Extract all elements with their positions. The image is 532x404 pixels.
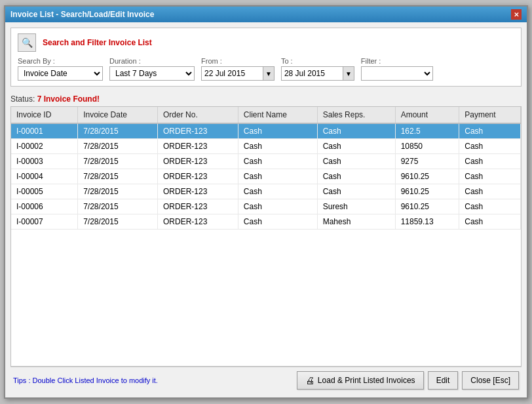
table-row[interactable]: I-000077/28/2015ORDER-123CashMahesh11859… bbox=[11, 214, 521, 230]
search-by-select[interactable]: Invoice Date Client Name Order No. Invoi… bbox=[18, 66, 103, 81]
cell-2: ORDER-123 bbox=[158, 184, 238, 199]
from-date-input[interactable] bbox=[201, 66, 263, 81]
duration-label: Duration : bbox=[109, 57, 195, 65]
cell-2: ORDER-123 bbox=[158, 199, 238, 214]
cell-4: Mahesh bbox=[317, 214, 395, 230]
cell-1: 7/28/2015 bbox=[78, 214, 158, 230]
duration-select[interactable]: Last 7 Days Last 30 Days Last 90 Days Cu… bbox=[109, 66, 195, 81]
bottom-bar: Tips : Double Click Listed Invoice to mo… bbox=[10, 367, 522, 392]
cell-6: Cash bbox=[459, 169, 521, 184]
cell-5: 10850 bbox=[395, 139, 459, 154]
from-group: From : ▼ bbox=[201, 57, 275, 81]
cell-5: 11859.13 bbox=[395, 214, 459, 230]
table-row[interactable]: I-000047/28/2015ORDER-123CashCash9610.25… bbox=[11, 169, 521, 184]
table-row[interactable]: I-000037/28/2015ORDER-123CashCash9275Cas… bbox=[11, 154, 521, 169]
cell-3: Cash bbox=[238, 139, 317, 154]
cell-1: 7/28/2015 bbox=[78, 169, 158, 184]
cell-3: Cash bbox=[238, 199, 317, 214]
cell-6: Cash bbox=[459, 214, 521, 230]
cell-4: Cash bbox=[317, 139, 395, 154]
col-payment: Payment bbox=[459, 107, 521, 123]
cell-1: 7/28/2015 bbox=[78, 154, 158, 169]
tips-text: Tips : Double Click Listed Invoice to mo… bbox=[13, 376, 158, 384]
cell-1: 7/28/2015 bbox=[78, 139, 158, 154]
load-print-button[interactable]: 🖨 Load & Print Listed Invoices bbox=[297, 371, 424, 390]
cell-2: ORDER-123 bbox=[158, 139, 238, 154]
table-body: I-000017/28/2015ORDER-123CashCash162.5Ca… bbox=[11, 123, 521, 230]
to-date-picker-button[interactable]: ▼ bbox=[343, 66, 354, 81]
window-title: Invoice List - Search/Load/Edit Invoice bbox=[10, 10, 154, 19]
cell-6: Cash bbox=[459, 139, 521, 154]
table-header-row: Invoice ID Invoice Date Order No. Client… bbox=[11, 107, 521, 123]
to-label: To : bbox=[281, 57, 354, 65]
filter-row: Search By : Invoice Date Client Name Ord… bbox=[18, 57, 514, 81]
edit-button[interactable]: Edit bbox=[428, 371, 459, 390]
col-amount: Amount bbox=[395, 107, 459, 123]
cell-0: I-00006 bbox=[11, 199, 78, 214]
cell-4: Cash bbox=[317, 169, 395, 184]
search-by-label: Search By : bbox=[18, 57, 103, 65]
cell-2: ORDER-123 bbox=[158, 154, 238, 169]
cell-3: Cash bbox=[238, 184, 317, 199]
cell-5: 9610.25 bbox=[395, 184, 459, 199]
filter-label: Filter : bbox=[361, 57, 433, 65]
from-date-picker-button[interactable]: ▼ bbox=[263, 66, 275, 81]
col-order-no: Order No. bbox=[158, 107, 238, 123]
cell-0: I-00001 bbox=[11, 123, 78, 139]
status-text: Status: bbox=[10, 94, 37, 104]
cell-6: Cash bbox=[459, 199, 521, 214]
col-client-name: Client Name bbox=[238, 107, 317, 123]
to-group: To : ▼ bbox=[281, 57, 354, 81]
search-section: 🔍 Search and Filter Invoice List Search … bbox=[10, 28, 522, 87]
cell-5: 9610.25 bbox=[395, 169, 459, 184]
cell-4: Cash bbox=[317, 184, 395, 199]
cell-2: ORDER-123 bbox=[158, 214, 238, 230]
cell-3: Cash bbox=[238, 169, 317, 184]
content-area: 🔍 Search and Filter Invoice List Search … bbox=[5, 22, 527, 397]
from-input-group: ▼ bbox=[201, 66, 275, 81]
load-print-label: Load & Print Listed Invoices bbox=[318, 376, 415, 385]
table-row[interactable]: I-000067/28/2015ORDER-123CashSuresh9610.… bbox=[11, 199, 521, 214]
close-label: Close [Esc] bbox=[470, 376, 510, 385]
action-buttons: 🖨 Load & Print Listed Invoices Edit Clos… bbox=[297, 371, 519, 390]
cell-3: Cash bbox=[238, 154, 317, 169]
cell-6: Cash bbox=[459, 123, 521, 139]
invoice-table-container: Invoice ID Invoice Date Order No. Client… bbox=[10, 106, 522, 367]
cell-4: Cash bbox=[317, 154, 395, 169]
edit-label: Edit bbox=[436, 376, 450, 385]
cell-4: Suresh bbox=[317, 199, 395, 214]
search-by-group: Search By : Invoice Date Client Name Ord… bbox=[18, 57, 103, 81]
from-label: From : bbox=[201, 57, 275, 65]
table-row[interactable]: I-000027/28/2015ORDER-123CashCash10850Ca… bbox=[11, 139, 521, 154]
status-found: 7 Invoice Found! bbox=[37, 94, 100, 104]
table-row[interactable]: I-000057/28/2015ORDER-123CashCash9610.25… bbox=[11, 184, 521, 199]
cell-3: Cash bbox=[238, 214, 317, 230]
status-bar: Status: 7 Invoice Found! bbox=[10, 92, 522, 106]
cell-4: Cash bbox=[317, 123, 395, 139]
col-sales-reps: Sales Reps. bbox=[317, 107, 395, 123]
title-bar: Invoice List - Search/Load/Edit Invoice … bbox=[5, 7, 527, 22]
cell-5: 9275 bbox=[395, 154, 459, 169]
close-button[interactable]: Close [Esc] bbox=[462, 371, 519, 390]
cell-5: 162.5 bbox=[395, 123, 459, 139]
cell-2: ORDER-123 bbox=[158, 169, 238, 184]
cell-3: Cash bbox=[238, 123, 317, 139]
cell-6: Cash bbox=[459, 154, 521, 169]
cell-0: I-00004 bbox=[11, 169, 78, 184]
col-invoice-id: Invoice ID bbox=[11, 107, 78, 123]
cell-0: I-00002 bbox=[11, 139, 78, 154]
to-input-group: ▼ bbox=[281, 66, 354, 81]
cell-1: 7/28/2015 bbox=[78, 184, 158, 199]
filter-select[interactable] bbox=[361, 66, 433, 81]
cell-1: 7/28/2015 bbox=[78, 123, 158, 139]
cell-1: 7/28/2015 bbox=[78, 199, 158, 214]
table-row[interactable]: I-000017/28/2015ORDER-123CashCash162.5Ca… bbox=[11, 123, 521, 139]
invoice-table: Invoice ID Invoice Date Order No. Client… bbox=[11, 107, 521, 230]
search-title: 🔍 Search and Filter Invoice List bbox=[18, 33, 514, 52]
cell-2: ORDER-123 bbox=[158, 123, 238, 139]
printer-icon: 🖨 bbox=[305, 375, 314, 386]
main-window: Invoice List - Search/Load/Edit Invoice … bbox=[4, 5, 528, 399]
window-close-button[interactable]: ✕ bbox=[511, 9, 522, 20]
to-date-input[interactable] bbox=[281, 66, 343, 81]
cell-0: I-00003 bbox=[11, 154, 78, 169]
